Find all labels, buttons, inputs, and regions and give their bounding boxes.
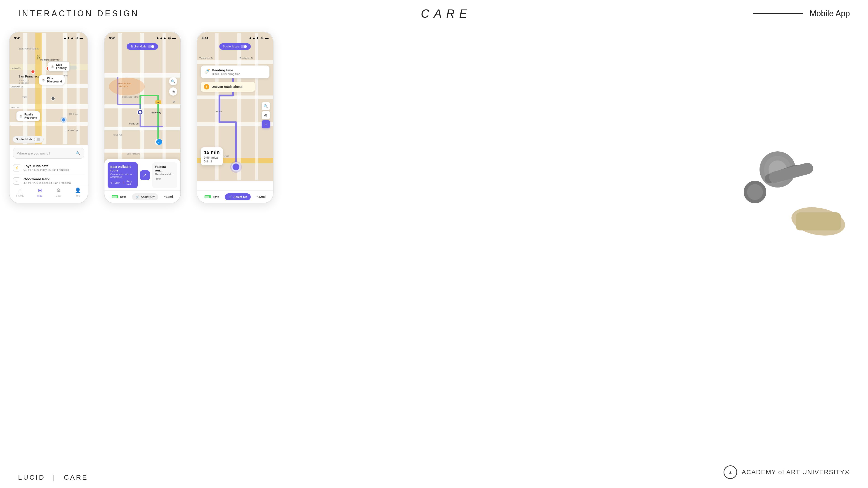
route1-sub: Comfortable without assistance xyxy=(110,173,135,178)
stroller-toggle-pill[interactable]: Stroller Mode xyxy=(219,43,251,50)
phone1-stroller-toggle[interactable]: Stroller Mode xyxy=(13,136,43,143)
nav-gear-label: Gear xyxy=(56,194,61,197)
svg-text:Head & S...: Head & S... xyxy=(68,113,78,115)
svg-rect-62 xyxy=(197,96,273,99)
svg-rect-39 xyxy=(162,33,166,180)
route2-stats: -4min xyxy=(155,177,175,180)
place-item-1[interactable]: ⚡ Loyal Kids cafe 0.8 mi • 4921 Pixey St… xyxy=(13,161,84,174)
svg-rect-67 xyxy=(255,33,258,180)
annotation-text: Family Restroom xyxy=(24,113,37,119)
zoom-plus-btn[interactable]: + xyxy=(262,120,270,128)
svg-point-73 xyxy=(230,161,242,173)
fastest-route-card[interactable]: Fastest rou... The shortest d... -4min xyxy=(152,162,177,188)
walk-icon: 🚶 xyxy=(123,182,126,184)
phone3-feeding-card: 🍼 Feeding time 3 min until feeding time xyxy=(201,66,270,78)
svg-point-41 xyxy=(139,111,142,113)
annotation-line1: Family xyxy=(24,113,37,116)
clock-icon: ⏱ xyxy=(110,182,113,184)
wifi-icon: ⊛ xyxy=(75,36,78,40)
svg-rect-3 xyxy=(9,104,88,109)
stroller-switch[interactable] xyxy=(148,45,155,48)
phone1-map-svg: 101 Lombard St Greenwich St Filbert St S… xyxy=(9,32,88,145)
battery-pct: 85% xyxy=(120,195,126,199)
battery-indicator xyxy=(205,195,211,198)
annotation-line2: Friendly xyxy=(56,66,67,70)
nav-home[interactable]: ⌂ HOME xyxy=(16,188,24,197)
phone2-map: Sierra Shores Mono Ln Boathouse on the P… xyxy=(104,32,180,181)
svg-text:San Francisco: San Francisco xyxy=(19,74,40,78)
header-subtitle: Mobile App xyxy=(810,9,850,18)
route-go-button[interactable]: ↗ xyxy=(140,170,150,180)
miles-display: ~32mi xyxy=(164,195,173,199)
kids-playground-annotation: ☕ Kids Playground xyxy=(39,75,65,85)
phone1-search-bar[interactable]: Where are you going? 🔍 xyxy=(13,148,84,159)
footer-brand1: LUCID xyxy=(18,474,45,481)
phone2-map-svg: Sierra Shores Mono Ln Boathouse on the P… xyxy=(104,32,180,181)
toggle-knob xyxy=(244,45,247,48)
nav-home-label: HOME xyxy=(16,194,24,197)
phone3-map: Treehaven Dr Treehaven Ct Mono Lake Tano… xyxy=(197,32,273,181)
svg-text:Mono Ln: Mono Ln xyxy=(129,122,138,125)
feeding-sub: 3 min until feeding time xyxy=(212,72,240,76)
svg-text:San Francisco Bay: San Francisco Bay xyxy=(19,47,39,50)
annotation-line2: Playground xyxy=(47,80,62,83)
map-location-btn[interactable]: ◎ xyxy=(169,88,177,96)
annotation-icon: ☕ xyxy=(42,78,45,82)
footer-divider: | xyxy=(53,474,56,481)
phone2-status-bar-bottom: 85% 🛒 Assist Off ~32mi xyxy=(104,191,180,203)
home-icon: ⌂ xyxy=(19,188,22,193)
svg-text:4.3 ★ (275): 4.3 ★ (275) xyxy=(19,79,29,82)
assist-off-button[interactable]: 🛒 Assist Off xyxy=(132,193,158,200)
svg-text:Mono: Mono xyxy=(216,110,222,113)
svg-rect-4 xyxy=(9,122,88,126)
svg-rect-8 xyxy=(76,33,80,144)
svg-text:101: 101 xyxy=(37,55,40,60)
place-detail-1: 0.8 mi • 4921 Pixey St, San Francisco xyxy=(24,168,84,171)
route2-time: -4min xyxy=(155,177,161,180)
nav-gear[interactable]: ⚙ Gear xyxy=(56,188,61,197)
phone1-status-bar: 9:41 ▲▲▲ ⊛ ▬ xyxy=(9,32,88,42)
svg-text:Lake Tahoe: Lake Tahoe xyxy=(118,85,128,88)
svg-text:Lombard St: Lombard St xyxy=(11,67,21,69)
academy-logo: ▲ xyxy=(723,465,737,479)
svg-text:Boathouse on the Pier: Boathouse on the Pier xyxy=(122,96,142,98)
map-search-btn[interactable]: 🔍 xyxy=(169,77,177,86)
battery-icon: ▬ xyxy=(265,36,269,40)
battery-indicator xyxy=(112,195,118,198)
footer-right: ▲ ACADEMY of ART UNIVERSITY® xyxy=(723,465,850,479)
zoom-location-btn[interactable]: ◎ xyxy=(262,111,270,119)
stroller-toggle-switch[interactable] xyxy=(34,138,40,141)
annotation-icon: ☕ xyxy=(19,115,23,118)
nav-you[interactable]: 👤 You xyxy=(75,188,81,197)
header: INTERACTION DESIGN CARE Mobile App xyxy=(0,0,868,27)
zoom-search-btn[interactable]: 🔍 xyxy=(262,102,270,110)
wifi-icon: ⊛ xyxy=(260,36,264,40)
assist-on-button[interactable]: 🛒 Assist On xyxy=(225,193,251,200)
header-title: CARE xyxy=(421,7,471,20)
svg-rect-81 xyxy=(796,213,841,230)
route1-walk: 🚶 Easy walk xyxy=(123,180,135,186)
close-button[interactable]: ✕ xyxy=(171,99,177,105)
phone3-status-bar-bottom: 85% 🛒 Assist On ~32mi xyxy=(197,191,273,203)
nav-map[interactable]: ⊞ Map xyxy=(37,188,42,197)
best-route-card[interactable]: Best walkable route Comfortable without … xyxy=(107,162,138,188)
wifi-icon: ⊛ xyxy=(168,36,171,40)
stroller-toggle-label: Stroller Mode xyxy=(16,138,32,141)
svg-text:The New Sp: The New Sp xyxy=(65,129,78,131)
phone2-route-cards: Best walkable route Comfortable without … xyxy=(104,159,180,191)
stroller-switch[interactable] xyxy=(241,45,247,48)
battery-icon: ▬ xyxy=(172,36,176,40)
svg-rect-7 xyxy=(63,33,67,144)
battery-status: 85% xyxy=(112,195,126,199)
uneven-road-alert: ! Uneven roads ahead. xyxy=(201,82,255,92)
nav-you-label: You xyxy=(76,194,80,197)
battery-fill xyxy=(112,196,117,198)
route1-stats: ⏱ +2min 🚶 Easy walk xyxy=(110,180,135,186)
place-detail-2: 4.5 mi • 226 Jackson St, San Francisco xyxy=(24,182,84,185)
nav-map-label: Map xyxy=(37,194,42,197)
stroller-toggle-pill[interactable]: Stroller Mode xyxy=(127,43,158,50)
family-restroom-annotation: ☕ Family Restroom xyxy=(16,111,40,121)
svg-point-15 xyxy=(60,117,67,123)
feeding-info: Feeding time 3 min until feeding time xyxy=(212,68,240,76)
svg-text:Safeway: Safeway xyxy=(151,111,161,114)
